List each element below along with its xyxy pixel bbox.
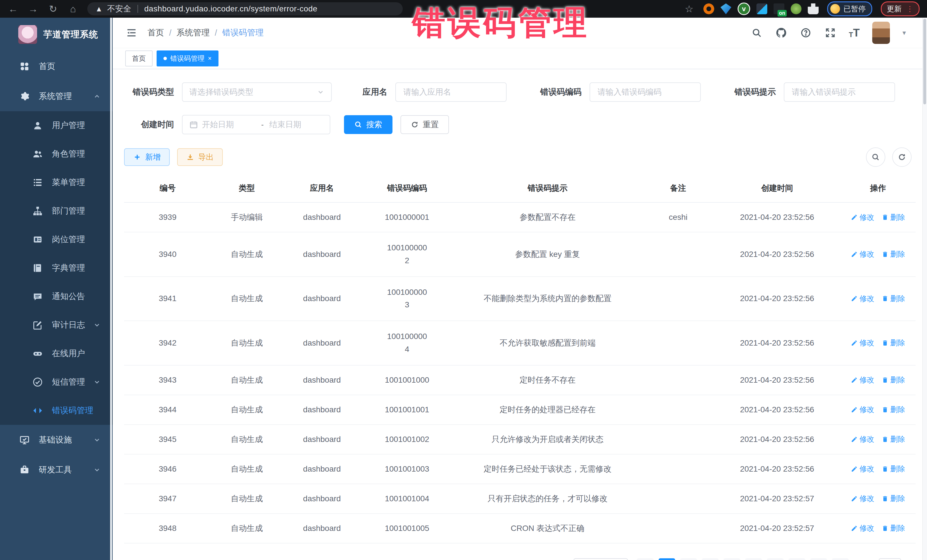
- profile-avatar-emoji: [830, 4, 840, 14]
- profile-paused-badge[interactable]: 已暂停: [827, 2, 872, 16]
- edit-link[interactable]: 修改: [851, 375, 874, 385]
- breadcrumb-home[interactable]: 首页: [147, 27, 164, 38]
- end-date-placeholder[interactable]: 结束日期: [269, 119, 323, 130]
- next-page-button[interactable]: ›: [832, 558, 849, 560]
- edit-link[interactable]: 修改: [851, 249, 874, 259]
- browser-extension-icon[interactable]: [704, 3, 714, 14]
- edit-link[interactable]: 修改: [851, 464, 874, 474]
- user-menu-caret-icon[interactable]: ▾: [903, 29, 906, 37]
- sidebar-item-3[interactable]: 角色管理: [0, 140, 112, 168]
- delete-link[interactable]: 删除: [881, 375, 905, 385]
- edit-link[interactable]: 修改: [851, 212, 874, 222]
- sidebar-item-4[interactable]: 菜单管理: [0, 168, 112, 197]
- browser-menu-icon[interactable]: ⋮: [906, 7, 913, 11]
- app-logo-row[interactable]: 芋道管理系统: [0, 18, 112, 51]
- delete-link[interactable]: 删除: [881, 493, 905, 504]
- github-icon[interactable]: [775, 27, 787, 39]
- page-button-1[interactable]: 1: [659, 558, 675, 560]
- extensions-puzzle-icon[interactable]: [808, 3, 819, 14]
- tab-error-code[interactable]: 错误码管理 ×: [157, 50, 219, 67]
- app-name-input[interactable]: [403, 87, 499, 97]
- start-date-placeholder[interactable]: 开始日期: [202, 119, 255, 130]
- delete-link[interactable]: 删除: [881, 249, 905, 259]
- refresh-table-button[interactable]: [892, 147, 912, 167]
- delete-link[interactable]: 删除: [881, 338, 905, 348]
- delete-link[interactable]: 删除: [881, 212, 905, 222]
- delete-link[interactable]: 删除: [881, 434, 905, 444]
- error-code-table: 编号 类型 应用名 错误码编码 错误码提示 备注 创建时间 操作 3939手动编…: [124, 174, 916, 543]
- sidebar-item-label: 审计日志: [52, 319, 93, 331]
- browser-update-button[interactable]: 更新 ⋮: [881, 2, 919, 16]
- page-button-8[interactable]: 8: [810, 558, 827, 560]
- toggle-search-button[interactable]: [866, 147, 885, 167]
- sidebar-item-7[interactable]: 字典管理: [0, 254, 112, 282]
- sidebar-item-14[interactable]: 研发工具: [0, 455, 112, 485]
- sidebar-item-10[interactable]: 在线用户: [0, 339, 112, 368]
- error-code-input[interactable]: [597, 87, 693, 97]
- home-icon[interactable]: ⌂: [67, 4, 79, 14]
- scrollbar-thumb[interactable]: [923, 19, 926, 104]
- edit-link[interactable]: 修改: [851, 493, 874, 504]
- table-row: 3945自动生成dashboard1001001002只允许修改为开启或者关闭状…: [124, 425, 916, 454]
- sidebar-item-13[interactable]: 基础设施: [0, 425, 112, 455]
- edit-link[interactable]: 修改: [851, 338, 874, 348]
- sidebar-item-0[interactable]: 首页: [0, 51, 112, 81]
- edit-link[interactable]: 修改: [851, 294, 874, 304]
- browser-extension-icon[interactable]: v: [738, 3, 750, 15]
- add-button[interactable]: 新增: [124, 148, 170, 166]
- page-button-3[interactable]: 3: [702, 558, 719, 560]
- export-button[interactable]: 导出: [177, 148, 223, 166]
- page-button-5[interactable]: 5: [745, 558, 762, 560]
- date-range-picker[interactable]: 开始日期 - 结束日期: [182, 115, 330, 134]
- delete-link[interactable]: 删除: [881, 294, 905, 304]
- sidebar-item-11[interactable]: 短信管理: [0, 368, 112, 396]
- fullscreen-icon[interactable]: [824, 27, 836, 39]
- tab-home[interactable]: 首页: [125, 50, 153, 67]
- sidebar-scrollbar[interactable]: [110, 18, 112, 560]
- edit-link[interactable]: 修改: [851, 523, 874, 533]
- sidebar-item-5[interactable]: 部门管理: [0, 197, 112, 225]
- goto-page-input[interactable]: [879, 558, 901, 560]
- edit-link[interactable]: 修改: [851, 434, 874, 444]
- page-button-2[interactable]: 2: [680, 558, 697, 560]
- delete-link[interactable]: 删除: [881, 464, 905, 474]
- search-button[interactable]: 搜索: [344, 115, 392, 134]
- more-pages-button[interactable]: •••: [789, 558, 805, 560]
- prev-page-button[interactable]: ‹: [637, 558, 653, 560]
- sidebar-item-8[interactable]: 通知公告: [0, 282, 112, 311]
- cell-app: dashboard: [283, 365, 362, 395]
- browser-extension-icon[interactable]: [757, 3, 767, 14]
- search-icon[interactable]: [751, 27, 763, 39]
- help-icon[interactable]: [800, 27, 812, 39]
- reset-button[interactable]: 重置: [400, 115, 449, 134]
- browser-extension-icon[interactable]: on: [774, 3, 784, 14]
- page-button-4[interactable]: 4: [723, 558, 740, 560]
- window-scrollbar[interactable]: [922, 18, 927, 560]
- edit-link[interactable]: 修改: [851, 405, 874, 414]
- delete-link[interactable]: 删除: [881, 523, 905, 533]
- refresh-icon: [898, 153, 906, 161]
- page-size-select[interactable]: 10条/页: [574, 558, 628, 560]
- browser-extension-icon[interactable]: [720, 3, 731, 14]
- error-type-select[interactable]: 请选择错误码类型: [182, 82, 332, 102]
- forward-icon[interactable]: →: [27, 4, 39, 14]
- sidebar-item-12[interactable]: 错误码管理: [0, 396, 112, 425]
- cell-code: 1001001000: [362, 365, 453, 395]
- breadcrumb-system[interactable]: 系统管理: [176, 27, 210, 38]
- sidebar-item-1[interactable]: 系统管理: [0, 81, 112, 111]
- delete-link[interactable]: 删除: [881, 405, 905, 414]
- error-tip-input[interactable]: [791, 87, 887, 97]
- back-icon[interactable]: ←: [8, 4, 19, 14]
- browser-extension-icon[interactable]: [791, 3, 801, 14]
- sidebar-item-6[interactable]: 岗位管理: [0, 225, 112, 254]
- page-button-6[interactable]: 6: [767, 558, 784, 560]
- sidebar-collapse-icon[interactable]: [125, 27, 138, 39]
- address-bar[interactable]: ▲ 不安全 dashboard.yudao.iocoder.cn/system/…: [87, 2, 403, 15]
- sidebar-item-2[interactable]: 用户管理: [0, 111, 112, 140]
- close-icon[interactable]: ×: [208, 55, 212, 62]
- sidebar-item-9[interactable]: 审计日志: [0, 311, 112, 339]
- bookmark-star-icon[interactable]: ☆: [684, 4, 695, 14]
- user-avatar[interactable]: [872, 22, 890, 44]
- font-size-icon[interactable]: TT: [849, 27, 860, 38]
- reload-icon[interactable]: ↻: [47, 4, 59, 14]
